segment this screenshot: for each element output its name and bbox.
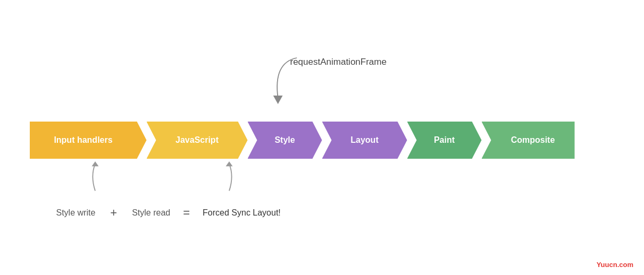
pipeline-step-javascript: JavaScript	[147, 122, 248, 159]
svg-marker-2	[225, 161, 232, 166]
equals-sign: =	[183, 206, 190, 220]
pipeline-step-paint: Paint	[407, 122, 482, 159]
pipeline-step-composite: Composite	[482, 122, 575, 159]
bottom-labels-row: Style write + Style read = Forced Sync L…	[56, 206, 281, 220]
pipeline-step-style: Style	[248, 122, 322, 159]
watermark: Yuucn.com	[597, 261, 633, 269]
style-write-arrow	[87, 161, 103, 195]
forced-sync-label: Forced Sync Layout!	[203, 208, 281, 218]
raf-section: requestAnimationFrame	[0, 47, 644, 122]
pipeline: Input handlers JavaScript Style Layout P…	[30, 122, 615, 159]
svg-marker-0	[273, 96, 282, 104]
raf-arrow	[264, 53, 306, 108]
svg-marker-1	[91, 161, 98, 166]
style-read-arrow	[221, 161, 237, 195]
pipeline-step-input-handlers: Input handlers	[30, 122, 147, 159]
diagram-container: requestAnimationFrame Input handlers Jav…	[0, 0, 644, 275]
annotations-area: Style write + Style read = Forced Sync L…	[30, 159, 615, 228]
plus-sign: +	[110, 206, 117, 220]
pipeline-step-layout: Layout	[322, 122, 407, 159]
style-write-label: Style write	[56, 208, 96, 218]
style-read-label: Style read	[132, 208, 170, 218]
